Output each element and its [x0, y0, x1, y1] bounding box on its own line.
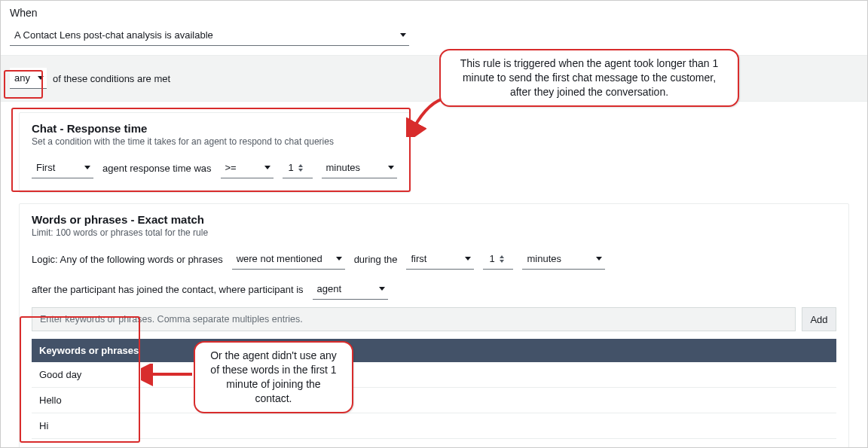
position-select-value: First — [36, 162, 55, 173]
keywords-table-header: Keywords or phrases — [32, 339, 836, 362]
step-down-icon — [298, 169, 303, 172]
words-title: Words or phrases - Exact match — [32, 213, 836, 226]
conditions-tail: of these conditions are met — [53, 73, 170, 84]
add-button-label: Add — [810, 314, 827, 325]
position-select[interactable]: First — [32, 157, 93, 178]
chevron-down-icon — [379, 287, 385, 291]
chevron-down-icon — [400, 33, 406, 37]
words-unit-value: minutes — [527, 253, 561, 264]
when-label: When — [1, 1, 867, 22]
participant-value: agent — [317, 283, 342, 294]
response-value-stepper[interactable]: 1 — [283, 157, 313, 178]
keyword-input-placeholder: Enter keywords or phrases. Comma separat… — [40, 314, 303, 325]
step-up-icon — [500, 255, 504, 258]
during-value: first — [411, 253, 426, 264]
words-unit-select[interactable]: minutes — [522, 248, 605, 270]
chevron-down-icon — [465, 257, 471, 261]
callout-keywords-text: Or the agent didn't use any of these wor… — [210, 349, 337, 404]
response-unit-select[interactable]: minutes — [322, 157, 397, 178]
step-up-icon — [298, 164, 303, 167]
words-subtitle: Limit: 100 words or phrases total for th… — [32, 227, 836, 238]
chevron-down-icon — [596, 257, 602, 261]
any-select[interactable]: any — [10, 68, 47, 89]
step-down-icon — [500, 260, 504, 263]
table-row[interactable]: Hi — [32, 413, 836, 439]
trigger-select[interactable]: A Contact Lens post-chat analysis is ava… — [10, 25, 409, 46]
response-value: 1 — [289, 162, 294, 173]
response-time-card: Chat - Response time Set a condition wit… — [19, 112, 411, 193]
chevron-down-icon — [84, 166, 90, 169]
table-row[interactable]: Welcome — [32, 439, 836, 448]
response-middle-text: agent response time was — [102, 163, 212, 174]
chevron-down-icon — [336, 257, 342, 261]
trigger-select-value: A Contact Lens post-chat analysis is ava… — [14, 29, 213, 41]
keyword-input[interactable]: Enter keywords or phrases. Comma separat… — [32, 307, 796, 331]
mentioned-select[interactable]: were not mentioned — [232, 248, 345, 270]
words-tail: after the participant has joined the con… — [32, 284, 304, 295]
participant-select[interactable]: agent — [313, 279, 388, 300]
mentioned-value: were not mentioned — [237, 253, 322, 264]
chevron-down-icon — [388, 166, 394, 169]
response-time-subtitle: Set a condition with the time it takes f… — [32, 136, 398, 147]
words-count-value: 1 — [489, 253, 494, 264]
add-button[interactable]: Add — [802, 307, 836, 331]
callout-response-text: This rule is triggered when the agent to… — [460, 57, 718, 98]
table-row[interactable]: Hello — [32, 388, 836, 413]
chevron-down-icon — [264, 166, 270, 169]
chevron-down-icon — [38, 76, 44, 80]
response-time-title: Chat - Response time — [32, 122, 398, 135]
logic-lead: Logic: Any of the following words or phr… — [32, 254, 223, 265]
arrow-to-keywords — [141, 364, 195, 386]
response-unit-value: minutes — [326, 162, 361, 173]
words-count-stepper[interactable]: 1 — [483, 248, 513, 270]
callout-keywords: Or the agent didn't use any of these wor… — [194, 341, 353, 413]
words-card: Words or phrases - Exact match Limit: 10… — [19, 203, 849, 448]
any-select-value: any — [14, 72, 30, 84]
during-label: during the — [354, 254, 398, 265]
callout-response: This rule is triggered when the agent to… — [439, 49, 739, 107]
during-select[interactable]: first — [406, 248, 474, 270]
comparator-select[interactable]: >= — [221, 157, 274, 178]
comparator-value: >= — [225, 162, 237, 173]
